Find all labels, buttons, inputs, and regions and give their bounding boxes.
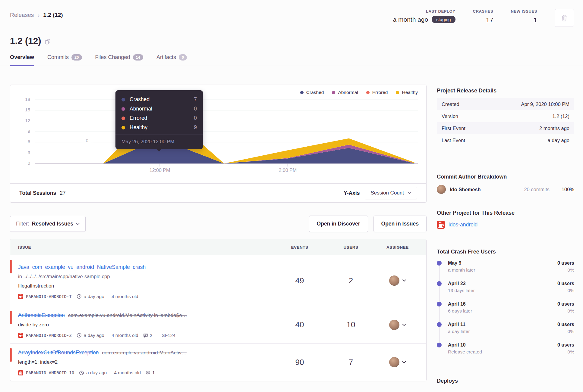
avatar	[437, 185, 446, 194]
commit-author-row: Ido Shemesh 20 commits 100%	[437, 185, 574, 194]
tab-artifacts[interactable]: Artifacts 0	[156, 54, 187, 66]
timeline-percent: 0%	[568, 287, 574, 294]
assignee-dropdown[interactable]	[369, 357, 426, 367]
timeline-date: April 11	[448, 321, 465, 328]
unresolved-indicator	[10, 348, 12, 362]
issue-title-link[interactable]: ArrayIndexOutOfBoundsException	[18, 348, 99, 357]
timeline-date: April 23	[448, 280, 466, 287]
tooltip-crashed-label: Crashed	[130, 96, 194, 103]
legend-item-crashed[interactable]: Crashed	[300, 90, 324, 95]
crashed-dot-icon	[300, 91, 304, 94]
issue-events-count: 90	[266, 358, 333, 367]
breadcrumb: Releases › 1.2 (12)	[10, 9, 63, 19]
stat-new-issues: NEW ISSUES 1	[511, 9, 537, 24]
project-release-details-section: Project Release Details Created Apr 9, 2…	[437, 88, 574, 146]
assignee-dropdown[interactable]	[369, 320, 426, 330]
issue-events-count: 40	[266, 320, 333, 329]
timeline-dot-icon	[437, 343, 442, 347]
stat-crashes: CRASHES 17	[473, 9, 493, 24]
timeline-users: 0 users	[557, 342, 574, 348]
issues-controls: Filter: Resolved Issues Open in Discover…	[10, 216, 427, 232]
issues-table: ISSUE EVENTS USERS ASSIGNEE Java_com_exa…	[10, 239, 427, 381]
timeline-dot-icon	[437, 302, 442, 306]
open-in-issues-button[interactable]: Open in Issues	[373, 216, 427, 232]
legend-item-abnormal[interactable]: Abnormal	[332, 90, 358, 95]
chart-legend: Crashed Abnormal Errored Healthy	[300, 90, 418, 95]
column-assignee: ASSIGNEE	[369, 245, 426, 250]
crashed-dot-icon	[121, 98, 125, 101]
issue-culprit: com.example.vu.android.MainActiv…	[102, 348, 187, 357]
project-slug: PARANOID-ANDROID-Z	[26, 333, 72, 338]
tab-files-changed[interactable]: Files Changed 14	[95, 54, 143, 66]
timeline-users: 0 users	[557, 301, 574, 307]
chevron-down-icon	[76, 223, 80, 225]
tooltip-abnormal-label: Abnormal	[130, 106, 194, 112]
issue-age: a day ago — 4 months old	[84, 294, 138, 299]
tooltip-date: May 26, 2020 12:00 PM	[115, 135, 203, 149]
column-events: EVENTS	[266, 245, 333, 250]
y-axis-select[interactable]: Session Count	[365, 187, 417, 199]
timeline-percent: 0%	[568, 266, 574, 274]
tab-overview[interactable]: Overview	[10, 54, 34, 66]
detail-row-first-event: First Event 2 months ago	[437, 122, 574, 134]
stat-crashes-value: 17	[473, 16, 493, 24]
x-axis-tick-label: 12:00 PM	[150, 168, 170, 173]
title-row: 1.2 (12)	[0, 36, 583, 46]
stat-last-deploy-value: a month ago	[393, 16, 428, 23]
stat-last-deploy: LAST DEPLOY a month ago staging	[393, 9, 455, 23]
clock-icon	[79, 370, 84, 375]
total-sessions-label: Total Sessions	[19, 190, 56, 196]
section-heading: Other Project for This Release	[437, 210, 574, 216]
issue-title-link[interactable]: ArithmeticException	[18, 311, 65, 320]
tooltip-row-errored: Errored 0	[121, 114, 197, 123]
copy-version-button[interactable]	[45, 39, 51, 45]
chart-watermark: 0	[80, 133, 94, 147]
tab-overview-label: Overview	[10, 54, 34, 61]
tab-artifacts-label: Artifacts	[156, 54, 176, 61]
tab-commits-label: Commits	[47, 54, 69, 61]
legend-item-healthy[interactable]: Healthy	[396, 90, 418, 95]
timeline-date: May 9	[448, 260, 461, 266]
stat-crashes-label: CRASHES	[473, 9, 493, 14]
legend-label-crashed: Crashed	[306, 90, 324, 95]
issue-message: divide by zero	[18, 320, 263, 329]
unresolved-indicator	[10, 260, 12, 273]
tooltip-row-crashed: Crashed 7	[121, 95, 197, 104]
chart-footer: Total Sessions 27 Y-Axis Session Count	[10, 183, 426, 202]
total-sessions-value: 27	[60, 190, 65, 196]
page-title: 1.2 (12)	[10, 36, 41, 46]
open-in-discover-button[interactable]: Open in Discover	[309, 216, 368, 232]
stat-new-issues-value: 1	[511, 16, 537, 24]
timeline-users: 0 users	[557, 321, 574, 328]
chevron-down-icon	[402, 279, 406, 282]
chart-plot-area: 0369121518 12:00 PM2:00 PM 0	[35, 98, 418, 169]
issue-short-id: SI-124	[162, 333, 175, 338]
stat-new-issues-label: NEW ISSUES	[511, 9, 537, 14]
tab-commits[interactable]: Commits 20	[47, 54, 82, 66]
top-header: Releases › 1.2 (12) LAST DEPLOY a month …	[0, 0, 583, 27]
java-project-icon	[18, 294, 23, 299]
timeline-dot-icon	[437, 261, 442, 266]
detail-row-version: Version 1.2 (12)	[437, 110, 574, 122]
delete-release-button[interactable]	[555, 9, 574, 27]
tooltip-crashed-value: 7	[194, 96, 197, 103]
table-row: Java_com_example_vu_android_NativeSample…	[10, 255, 426, 306]
comment-count-value: 1	[152, 370, 155, 375]
tab-files-changed-badge: 14	[133, 54, 143, 61]
sessions-chart-card: Crashed Abnormal Errored Healthy	[10, 85, 427, 203]
comment-count-value: 2	[150, 333, 153, 338]
sidebar: Project Release Details Created Apr 9, 2…	[437, 85, 574, 384]
avatar	[389, 275, 399, 286]
main-column: Crashed Abnormal Errored Healthy	[10, 85, 427, 381]
java-project-icon	[18, 333, 23, 338]
list-item: April 160 users 6 days later0%	[437, 301, 574, 321]
project-slug: PARANOID-ANDROID-T	[26, 294, 72, 299]
other-project-link[interactable]: idos-android	[449, 222, 477, 228]
issue-title-link[interactable]: Java_com_example_vu_android_NativeSample…	[18, 263, 146, 272]
legend-item-errored[interactable]: Errored	[366, 90, 388, 95]
issues-filter-select[interactable]: Filter: Resolved Issues	[10, 216, 86, 232]
x-axis-tick-label: 2:00 PM	[279, 168, 297, 173]
breadcrumb-releases-link[interactable]: Releases	[10, 12, 34, 18]
tooltip-healthy-label: Healthy	[130, 124, 194, 131]
assignee-dropdown[interactable]	[369, 275, 426, 286]
